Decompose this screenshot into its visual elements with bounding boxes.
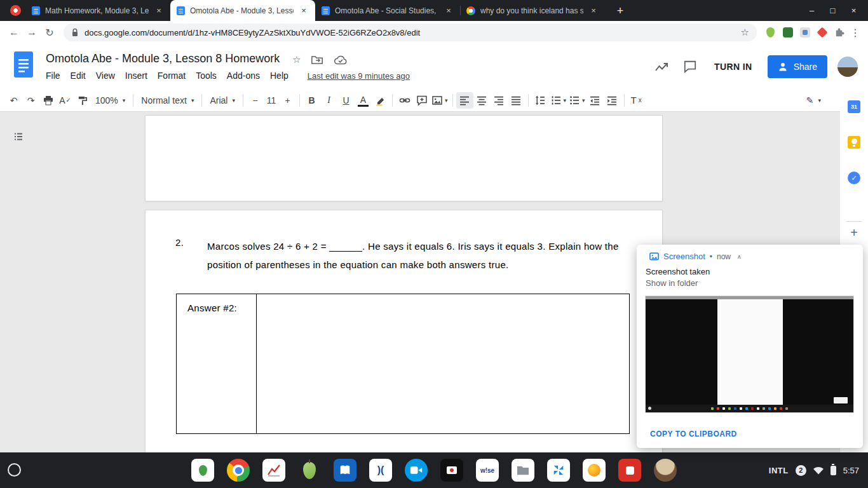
forward-button[interactable]: → <box>23 24 41 41</box>
account-avatar[interactable] <box>837 57 858 77</box>
last-edit-link[interactable]: Last edit was 9 minutes ago <box>308 71 410 81</box>
zoom-select[interactable]: 100% ▾ <box>91 92 130 109</box>
bulleted-list-button[interactable]: ▾ <box>567 92 587 109</box>
move-folder-icon[interactable] <box>311 55 323 65</box>
collapse-notification-icon[interactable]: ∧ <box>737 254 742 260</box>
align-center-button[interactable] <box>473 92 491 109</box>
font-size-value[interactable]: 11 <box>264 95 279 105</box>
editing-mode-button[interactable]: ✎ ▾ <box>802 92 825 109</box>
pear-app-icon[interactable] <box>297 458 322 483</box>
minimize-button[interactable]: – <box>801 6 822 15</box>
increase-font-size-button[interactable]: + <box>279 92 296 109</box>
screenshot-thumbnail[interactable] <box>645 295 854 413</box>
decrease-indent-button[interactable] <box>587 92 604 109</box>
document-title[interactable]: Omotola Abe - Module 3, Lesson 8 Homewor… <box>46 52 280 65</box>
insert-image-button[interactable]: ▾ <box>430 92 449 109</box>
menu-item-format[interactable]: Format <box>153 69 191 83</box>
extension-green-icon[interactable] <box>779 24 796 41</box>
question-number[interactable]: 2. <box>175 237 184 248</box>
extension-peardeck-icon[interactable] <box>762 24 779 41</box>
align-right-button[interactable] <box>491 92 508 109</box>
keep-icon[interactable] <box>848 136 860 149</box>
insert-link-button[interactable] <box>396 92 413 109</box>
tab-close-icon[interactable]: × <box>588 6 599 16</box>
bold-button[interactable]: B <box>303 92 320 109</box>
new-tab-button[interactable]: + <box>611 2 629 20</box>
question-text[interactable]: Marcos solves 24 ÷ 6 + 2 = ______. He sa… <box>207 237 623 274</box>
line-spacing-button[interactable] <box>532 92 549 109</box>
close-window-button[interactable]: × <box>843 6 864 15</box>
chrome-icon[interactable] <box>226 458 251 483</box>
back-button[interactable]: ← <box>5 24 23 41</box>
print-button[interactable] <box>39 92 57 109</box>
menu-item-view[interactable]: View <box>91 69 120 83</box>
underline-button[interactable]: U <box>337 92 355 109</box>
tab-module3-lesson8[interactable]: Omotola Abe - Module 3, Lesson × <box>170 0 315 21</box>
gold-app-icon[interactable] <box>581 458 607 483</box>
justify-button[interactable] <box>508 92 525 109</box>
reload-button[interactable]: ↻ <box>41 24 58 41</box>
menu-item-edit[interactable]: Edit <box>65 69 91 83</box>
clear-formatting-button[interactable]: Tx <box>628 92 645 109</box>
text-color-button[interactable]: A <box>355 92 372 109</box>
book-app-icon[interactable] <box>332 458 358 483</box>
star-document-icon[interactable]: ☆ <box>292 54 301 65</box>
calendar-icon[interactable]: 31 <box>848 100 860 113</box>
url-text[interactable]: docs.google.com/document/d/1hz-vHM8CE9yt… <box>85 28 735 37</box>
tab-social-studies[interactable]: Omotola Abe - Social Studies, Cl × <box>315 0 460 21</box>
redo-button[interactable]: ↷ <box>22 92 39 109</box>
tab-iceland-search[interactable]: why do you think iceland has so × <box>460 0 605 21</box>
camera-app-icon[interactable] <box>403 458 429 483</box>
undo-button[interactable]: ↶ <box>5 92 22 109</box>
address-bar[interactable]: docs.google.com/document/d/1hz-vHM8CE9yt… <box>64 24 757 41</box>
extensions-puzzle-icon[interactable] <box>831 24 848 41</box>
document-page[interactable]: 2. Marcos solves 24 ÷ 6 + 2 = ______. He… <box>145 210 663 453</box>
see-changes-icon[interactable] <box>653 58 671 76</box>
comments-icon[interactable] <box>681 58 699 76</box>
record-app-icon[interactable] <box>617 458 642 483</box>
chrome-app-icon[interactable] <box>10 5 21 16</box>
bookmark-star-icon[interactable]: ☆ <box>741 27 749 38</box>
tab-close-icon[interactable]: × <box>154 6 164 16</box>
spellcheck-button[interactable]: A✓ <box>57 92 74 109</box>
pear-deck-icon[interactable] <box>190 458 215 483</box>
highlight-color-button[interactable] <box>372 92 389 109</box>
cloud-saved-icon[interactable] <box>334 55 348 65</box>
align-left-button[interactable] <box>456 92 473 109</box>
insert-comment-button[interactable] <box>413 92 430 109</box>
paint-format-button[interactable] <box>74 92 91 109</box>
tasks-icon[interactable]: ✓ <box>848 172 860 184</box>
keyboard-indicator[interactable]: INTL <box>769 466 789 475</box>
numbered-list-button[interactable]: ▾ <box>549 92 568 109</box>
decrease-font-size-button[interactable]: − <box>247 92 264 109</box>
answer-input-cell[interactable] <box>257 294 629 433</box>
italic-button[interactable]: I <box>320 92 337 109</box>
document-outline-icon[interactable] <box>13 131 25 144</box>
tab-close-icon[interactable]: × <box>444 6 454 16</box>
turn-in-button[interactable]: TURN IN <box>709 57 757 77</box>
menu-item-file[interactable]: File <box>41 69 65 83</box>
menu-item-insert[interactable]: Insert <box>120 69 153 83</box>
docs-logo-icon[interactable] <box>14 51 33 78</box>
menu-item-tools[interactable]: Tools <box>191 69 222 83</box>
tv-app-icon[interactable] <box>439 458 465 483</box>
status-tray[interactable]: INTL 2 5:57 <box>769 452 859 488</box>
extension-red-icon[interactable] <box>813 24 831 41</box>
tab-close-icon[interactable]: × <box>299 6 309 16</box>
increase-indent-button[interactable] <box>604 92 621 109</box>
maximize-button[interactable]: □ <box>822 6 843 15</box>
chart-app-icon[interactable] <box>261 458 287 483</box>
browser-menu-icon[interactable]: ⋮ <box>848 27 863 39</box>
files-app-icon[interactable] <box>510 458 536 483</box>
answer-label-cell[interactable]: Answer #2: <box>177 294 257 433</box>
screenshot-notification[interactable]: Screenshot • now ∧ Screenshot taken Show… <box>637 245 863 448</box>
lock-icon[interactable] <box>71 28 79 37</box>
launcher-button[interactable] <box>8 463 21 477</box>
extension-gray-icon[interactable] <box>796 24 813 41</box>
notification-count-badge[interactable]: 2 <box>796 465 806 476</box>
add-addon-button[interactable]: + <box>850 226 858 239</box>
tab-math-homework[interactable]: Math Homework, Module 3, Less × <box>25 0 170 21</box>
wave-app-icon[interactable]: )( <box>368 458 393 483</box>
menu-item-help[interactable]: Help <box>265 69 294 83</box>
font-select[interactable]: Arial ▾ <box>205 92 240 109</box>
